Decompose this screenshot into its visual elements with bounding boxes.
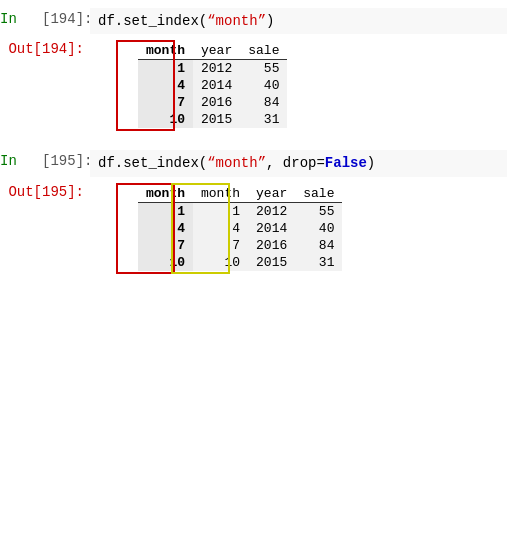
sale-cell: 84 — [240, 94, 287, 111]
index-cell: 10 — [138, 254, 193, 271]
cell1-col1-header: year — [193, 42, 240, 60]
cell1-table: month year sale 1 2012 55 4 2014 40 7 20… — [138, 42, 287, 128]
cell2-col1-header: year — [248, 185, 295, 203]
table-row: 1 1 2012 55 — [138, 202, 342, 220]
year-cell: 2015 — [193, 111, 240, 128]
cell1-code-prefix: df.set_index( — [98, 13, 207, 29]
index-cell: 10 — [138, 111, 193, 128]
cell2-input: In [195]: df.set_index(“month”, drop=Fal… — [0, 150, 507, 176]
table-row: 7 2016 84 — [138, 94, 287, 111]
year-cell: 2014 — [248, 220, 295, 237]
cell1-col2-header: sale — [240, 42, 287, 60]
cell2-in-text: In — [0, 153, 17, 169]
year-cell: 2012 — [193, 60, 240, 78]
sale-cell: 40 — [240, 77, 287, 94]
index-cell: 1 — [138, 60, 193, 78]
cell1-code-string: “month” — [207, 13, 266, 29]
cell2-out-label: Out[195]: — [0, 181, 90, 203]
month-cell: 1 — [193, 202, 248, 220]
cell1-input: In [194]: df.set_index(“month”) — [0, 8, 507, 34]
cell1-code: df.set_index(“month”) — [90, 8, 507, 34]
cell2-table-wrapper: month month year sale 1 1 2012 55 4 4 20… — [118, 185, 342, 271]
sale-cell: 84 — [295, 237, 342, 254]
cell1-index-header: month — [138, 42, 193, 60]
cell2-in-label: In [195]: — [0, 150, 90, 172]
cell2-code-comma: , drop= — [266, 155, 325, 171]
table-row: 4 2014 40 — [138, 77, 287, 94]
table-row: 10 10 2015 31 — [138, 254, 342, 271]
cell1-output-block: month year sale 1 2012 55 4 2014 40 7 20… — [90, 38, 507, 136]
index-cell: 1 — [138, 202, 193, 220]
cell2-code-keyword: False — [325, 155, 367, 171]
index-cell: 4 — [138, 77, 193, 94]
month-cell: 7 — [193, 237, 248, 254]
cell1-in-text: In — [0, 11, 17, 27]
cell1-table-wrapper: month year sale 1 2012 55 4 2014 40 7 20… — [118, 42, 287, 128]
index-cell: 7 — [138, 94, 193, 111]
cell2-output: Out[195]: month month year sale 1 1 2012… — [0, 181, 507, 279]
month-cell: 10 — [193, 254, 248, 271]
index-cell: 4 — [138, 220, 193, 237]
sale-cell: 31 — [295, 254, 342, 271]
sale-cell: 31 — [240, 111, 287, 128]
cell2-table: month month year sale 1 1 2012 55 4 4 20… — [138, 185, 342, 271]
cell2-col0-header: month — [193, 185, 248, 203]
cell2-code-prefix: df.set_index( — [98, 155, 207, 171]
cell2-code: df.set_index(“month”, drop=False) — [90, 150, 507, 176]
cell1-code-suffix: ) — [266, 13, 274, 29]
cell2-index-empty-header: month — [138, 185, 193, 203]
cell1-out-label: Out[194]: — [0, 38, 90, 60]
month-cell: 4 — [193, 220, 248, 237]
year-cell: 2015 — [248, 254, 295, 271]
table-row: 4 4 2014 40 — [138, 220, 342, 237]
cell1-out-text: Out[194]: — [8, 41, 84, 57]
table-row: 1 2012 55 — [138, 60, 287, 78]
sale-cell: 40 — [295, 220, 342, 237]
cell1-in-number: [194]: — [42, 11, 92, 27]
cell1-output: Out[194]: month year sale 1 2012 55 4 20… — [0, 38, 507, 136]
table-row: 10 2015 31 — [138, 111, 287, 128]
cell2-output-block: month month year sale 1 1 2012 55 4 4 20… — [90, 181, 507, 279]
year-cell: 2012 — [248, 202, 295, 220]
cell2-out-text: Out[195]: — [8, 184, 84, 200]
cell2-in-number: [195]: — [42, 153, 92, 169]
year-cell: 2016 — [193, 94, 240, 111]
sale-cell: 55 — [240, 60, 287, 78]
table-row: 7 7 2016 84 — [138, 237, 342, 254]
cell1-in-label: In [194]: — [0, 8, 90, 30]
year-cell: 2016 — [248, 237, 295, 254]
year-cell: 2014 — [193, 77, 240, 94]
sale-cell: 55 — [295, 202, 342, 220]
cell2-col2-header: sale — [295, 185, 342, 203]
cell2-code-string: “month” — [207, 155, 266, 171]
index-cell: 7 — [138, 237, 193, 254]
cell2-code-suffix: ) — [367, 155, 375, 171]
